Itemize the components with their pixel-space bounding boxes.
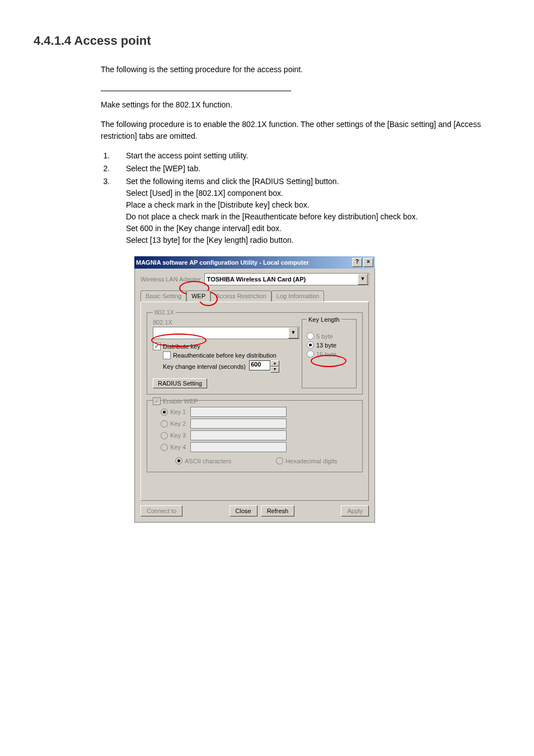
step-3e: Select [13 byte] for the [Key length] ra… xyxy=(126,234,500,246)
make-settings-text: Make settings for the 802.1X function. xyxy=(101,99,500,111)
select-8021x[interactable]: ▼ xyxy=(153,327,299,339)
key1-radio[interactable] xyxy=(161,408,168,416)
keylen-5-radio[interactable] xyxy=(307,332,314,340)
close-button[interactable]: Close xyxy=(229,505,257,516)
distribute-key-label: Distribute key xyxy=(163,343,200,350)
step-3: Set the following items and click the [R… xyxy=(112,176,500,246)
spin-up-icon[interactable]: ▲ xyxy=(270,360,279,367)
ascii-label: ASCII characters xyxy=(185,458,231,464)
refresh-button[interactable]: Refresh xyxy=(261,505,295,516)
keylen-13-label: 13 byte xyxy=(316,342,336,349)
key1-field[interactable] xyxy=(190,407,287,417)
keylen-16-radio[interactable] xyxy=(307,350,314,358)
apply-button[interactable]: Apply xyxy=(341,505,369,516)
radius-setting-button[interactable]: RADIUS Setting xyxy=(153,378,207,388)
key-length-group: Key Length 5 byte 13 byte 16 byte xyxy=(302,319,357,388)
close-window-button[interactable]: × xyxy=(363,258,373,267)
hex-label: Hexadecimal digits xyxy=(285,458,337,464)
adapter-select[interactable]: TOSHIBA Wireless LAN Card (AP) ▼ xyxy=(204,273,369,285)
dialog-window: MAGNIA software AP configuration Utility… xyxy=(134,256,375,523)
step-2: Select the [WEP] tab. xyxy=(112,163,500,175)
interval-input[interactable]: 600 xyxy=(249,360,270,370)
step-3d: Set 600 in the [Key change interval] edi… xyxy=(126,223,500,234)
ascii-radio[interactable] xyxy=(175,457,182,464)
group-enable-wep: Enable WEP Key 1 Key 2 Key 3 xyxy=(147,400,363,472)
hex-radio[interactable] xyxy=(276,457,283,464)
key3-field[interactable] xyxy=(190,430,287,440)
connect-to-button[interactable]: Connect to xyxy=(140,505,182,516)
wep-panel: 802.1X 802.1X ▼ Distribute key xyxy=(140,302,369,501)
titlebar: MAGNIA software AP configuration Utility… xyxy=(134,256,375,269)
tab-log-information[interactable]: Log Information xyxy=(271,290,324,302)
step-3c: Do not place a check mark in the [Reauth… xyxy=(126,211,500,223)
key4-label: Key 4 xyxy=(170,444,186,450)
divider xyxy=(101,91,291,91)
label-8021x: 802.1X xyxy=(153,319,172,326)
distribute-key-checkbox[interactable] xyxy=(153,342,161,350)
step-3b: Place a check mark in the [Distribute ke… xyxy=(126,199,500,211)
key2-label: Key 2 xyxy=(170,420,186,427)
tab-wep[interactable]: WEP xyxy=(186,290,210,302)
key2-field[interactable] xyxy=(190,419,287,429)
tab-bar: Basic Setting WEP Access Restriction Log… xyxy=(140,290,369,302)
distribute-key-row: Distribute key xyxy=(153,342,296,350)
interval-label: Key change interval (seconds) xyxy=(163,363,246,370)
step-3a: Select [Used] in the [802.1X] component … xyxy=(126,187,500,199)
enable-wep-label: Enable WEP xyxy=(163,398,198,405)
key-length-legend: Key Length xyxy=(307,316,341,323)
chevron-down-icon[interactable]: ▼ xyxy=(288,327,298,339)
procedure-note: The following procedure is to enable the… xyxy=(101,119,500,142)
tab-access-restriction[interactable]: Access Restriction xyxy=(210,290,271,302)
step-1: Start the access point setting utility. xyxy=(112,150,500,162)
steps-list: Start the access point setting utility. … xyxy=(101,150,500,246)
interval-spinner[interactable]: 600 ▲ ▼ xyxy=(249,360,279,373)
adapter-label: Wireless LAN Adapter xyxy=(140,276,201,283)
tab-basic-setting[interactable]: Basic Setting xyxy=(140,290,186,302)
key3-label: Key 3 xyxy=(170,432,186,439)
keylen-13-radio[interactable] xyxy=(307,341,314,349)
reauth-label: Reauthenticate before key distribution xyxy=(173,352,277,359)
chevron-down-icon[interactable]: ▼ xyxy=(358,274,368,285)
key4-radio[interactable] xyxy=(161,444,168,451)
window-title: MAGNIA software AP configuration Utility… xyxy=(136,259,309,266)
enable-wep-checkbox[interactable] xyxy=(153,397,161,405)
key3-radio[interactable] xyxy=(161,432,168,439)
step-3-text: Set the following items and click the [R… xyxy=(126,177,339,186)
reauth-checkbox[interactable] xyxy=(163,351,171,359)
keylen-5-label: 5 byte xyxy=(316,333,333,340)
key4-field[interactable] xyxy=(190,442,287,452)
spin-down-icon[interactable]: ▼ xyxy=(270,367,279,373)
help-button[interactable]: ? xyxy=(352,258,362,267)
key1-label: Key 1 xyxy=(170,408,186,415)
intro-text: The following is the setting procedure f… xyxy=(101,65,500,74)
reauth-row: Reauthenticate before key distribution xyxy=(163,351,296,359)
group-8021x: 802.1X 802.1X ▼ Distribute key xyxy=(147,309,363,395)
adapter-value: TOSHIBA Wireless LAN Card (AP) xyxy=(207,276,306,283)
key2-radio[interactable] xyxy=(161,420,168,428)
keylen-16-label: 16 byte xyxy=(316,351,336,358)
legend-8021x: 802.1X xyxy=(153,309,176,316)
section-heading: 4.4.1.4 Access point xyxy=(34,34,500,48)
